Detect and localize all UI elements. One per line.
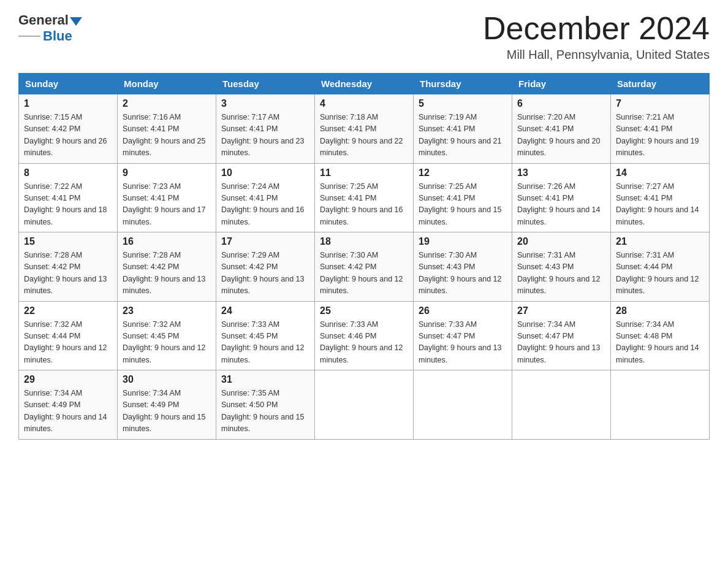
sunrise-label: Sunrise: 7:21 AM bbox=[616, 113, 674, 121]
day-info: Sunrise: 7:26 AM Sunset: 4:41 PM Dayligh… bbox=[517, 181, 605, 229]
sunset-label: Sunset: 4:41 PM bbox=[123, 124, 179, 133]
day-info: Sunrise: 7:27 AM Sunset: 4:41 PM Dayligh… bbox=[616, 181, 704, 229]
day-info: Sunrise: 7:19 AM Sunset: 4:41 PM Dayligh… bbox=[419, 112, 507, 159]
day-number: 28 bbox=[616, 305, 704, 316]
sunrise-label: Sunrise: 7:28 AM bbox=[123, 251, 181, 259]
day-info: Sunrise: 7:15 AM Sunset: 4:42 PM Dayligh… bbox=[24, 112, 112, 159]
calendar-cell: 26 Sunrise: 7:33 AM Sunset: 4:47 PM Dayl… bbox=[414, 301, 512, 370]
sunrise-label: Sunrise: 7:22 AM bbox=[24, 182, 82, 191]
sunrise-label: Sunrise: 7:34 AM bbox=[616, 320, 674, 329]
day-info: Sunrise: 7:16 AM Sunset: 4:41 PM Dayligh… bbox=[123, 112, 211, 159]
sunrise-label: Sunrise: 7:23 AM bbox=[123, 182, 181, 191]
sunset-label: Sunset: 4:42 PM bbox=[123, 262, 179, 271]
calendar-cell: 25 Sunrise: 7:33 AM Sunset: 4:46 PM Dayl… bbox=[315, 301, 414, 370]
weekday-header-monday: Monday bbox=[118, 74, 216, 94]
day-info: Sunrise: 7:28 AM Sunset: 4:42 PM Dayligh… bbox=[123, 250, 211, 297]
day-info: Sunrise: 7:34 AM Sunset: 4:49 PM Dayligh… bbox=[123, 388, 211, 435]
daylight-label: Daylight: 9 hours and 12 minutes. bbox=[221, 343, 305, 364]
sunset-label: Sunset: 4:49 PM bbox=[123, 400, 179, 409]
sunset-label: Sunset: 4:41 PM bbox=[123, 194, 179, 202]
sunrise-label: Sunrise: 7:19 AM bbox=[419, 113, 477, 121]
day-info: Sunrise: 7:33 AM Sunset: 4:45 PM Dayligh… bbox=[221, 319, 309, 367]
sunrise-label: Sunrise: 7:15 AM bbox=[24, 113, 82, 121]
calendar-cell bbox=[512, 370, 611, 440]
sunrise-label: Sunrise: 7:18 AM bbox=[320, 113, 378, 121]
day-number: 25 bbox=[320, 305, 408, 316]
sunset-label: Sunset: 4:45 PM bbox=[221, 332, 278, 340]
daylight-label: Daylight: 9 hours and 12 minutes. bbox=[320, 275, 403, 295]
sunrise-label: Sunrise: 7:31 AM bbox=[616, 251, 674, 259]
daylight-label: Daylight: 9 hours and 13 minutes. bbox=[419, 343, 502, 364]
day-info: Sunrise: 7:31 AM Sunset: 4:43 PM Dayligh… bbox=[517, 250, 605, 297]
day-number: 9 bbox=[123, 167, 211, 178]
day-info: Sunrise: 7:28 AM Sunset: 4:42 PM Dayligh… bbox=[24, 250, 112, 297]
calendar-cell bbox=[611, 370, 710, 440]
logo-blue-text: Blue bbox=[43, 28, 72, 44]
calendar-cell: 27 Sunrise: 7:34 AM Sunset: 4:47 PM Dayl… bbox=[512, 301, 611, 370]
daylight-label: Daylight: 9 hours and 18 minutes. bbox=[24, 205, 107, 226]
sunrise-label: Sunrise: 7:33 AM bbox=[320, 320, 378, 329]
sunset-label: Sunset: 4:41 PM bbox=[221, 124, 278, 133]
title-section: December 2024 Mill Hall, Pennsylvania, U… bbox=[483, 12, 710, 62]
sunrise-label: Sunrise: 7:24 AM bbox=[221, 182, 279, 191]
day-number: 18 bbox=[320, 236, 408, 247]
daylight-label: Daylight: 9 hours and 14 minutes. bbox=[24, 413, 107, 433]
weekday-header-sunday: Sunday bbox=[19, 74, 118, 94]
day-info: Sunrise: 7:23 AM Sunset: 4:41 PM Dayligh… bbox=[123, 181, 211, 229]
daylight-label: Daylight: 9 hours and 14 minutes. bbox=[616, 205, 699, 226]
day-number: 17 bbox=[221, 236, 309, 247]
calendar-week-row: 29 Sunrise: 7:34 AM Sunset: 4:49 PM Dayl… bbox=[19, 370, 710, 440]
sunrise-label: Sunrise: 7:34 AM bbox=[517, 320, 575, 329]
weekday-header-thursday: Thursday bbox=[414, 74, 512, 94]
sunset-label: Sunset: 4:41 PM bbox=[221, 194, 278, 202]
calendar-cell: 20 Sunrise: 7:31 AM Sunset: 4:43 PM Dayl… bbox=[512, 232, 611, 302]
sunrise-label: Sunrise: 7:34 AM bbox=[24, 389, 82, 397]
calendar-cell: 16 Sunrise: 7:28 AM Sunset: 4:42 PM Dayl… bbox=[118, 232, 216, 302]
daylight-label: Daylight: 9 hours and 13 minutes. bbox=[221, 275, 305, 295]
calendar-cell: 22 Sunrise: 7:32 AM Sunset: 4:44 PM Dayl… bbox=[19, 301, 118, 370]
day-info: Sunrise: 7:17 AM Sunset: 4:41 PM Dayligh… bbox=[221, 112, 309, 159]
calendar-week-row: 8 Sunrise: 7:22 AM Sunset: 4:41 PM Dayli… bbox=[19, 163, 710, 232]
sunset-label: Sunset: 4:43 PM bbox=[419, 262, 475, 271]
daylight-label: Daylight: 9 hours and 16 minutes. bbox=[221, 205, 305, 226]
sunrise-label: Sunrise: 7:26 AM bbox=[517, 182, 575, 191]
day-number: 11 bbox=[320, 167, 408, 178]
day-number: 12 bbox=[419, 167, 507, 178]
calendar-cell: 31 Sunrise: 7:35 AM Sunset: 4:50 PM Dayl… bbox=[216, 370, 315, 440]
daylight-label: Daylight: 9 hours and 17 minutes. bbox=[123, 205, 206, 226]
daylight-label: Daylight: 9 hours and 26 minutes. bbox=[24, 137, 107, 157]
day-info: Sunrise: 7:25 AM Sunset: 4:41 PM Dayligh… bbox=[320, 181, 408, 229]
daylight-label: Daylight: 9 hours and 12 minutes. bbox=[24, 343, 107, 364]
sunrise-label: Sunrise: 7:28 AM bbox=[24, 251, 82, 259]
day-info: Sunrise: 7:21 AM Sunset: 4:41 PM Dayligh… bbox=[616, 112, 704, 159]
calendar-cell: 5 Sunrise: 7:19 AM Sunset: 4:41 PM Dayli… bbox=[414, 94, 512, 164]
daylight-label: Daylight: 9 hours and 15 minutes. bbox=[123, 413, 206, 433]
day-info: Sunrise: 7:31 AM Sunset: 4:44 PM Dayligh… bbox=[616, 250, 704, 297]
sunrise-label: Sunrise: 7:25 AM bbox=[419, 182, 477, 191]
calendar-cell: 6 Sunrise: 7:20 AM Sunset: 4:41 PM Dayli… bbox=[512, 94, 611, 164]
day-number: 2 bbox=[123, 98, 211, 109]
calendar-cell: 2 Sunrise: 7:16 AM Sunset: 4:41 PM Dayli… bbox=[118, 94, 216, 164]
daylight-label: Daylight: 9 hours and 23 minutes. bbox=[221, 137, 305, 157]
day-number: 1 bbox=[24, 98, 112, 109]
day-info: Sunrise: 7:18 AM Sunset: 4:41 PM Dayligh… bbox=[320, 112, 408, 159]
daylight-label: Daylight: 9 hours and 13 minutes. bbox=[123, 275, 206, 295]
calendar-week-row: 15 Sunrise: 7:28 AM Sunset: 4:42 PM Dayl… bbox=[19, 232, 710, 302]
calendar-cell: 8 Sunrise: 7:22 AM Sunset: 4:41 PM Dayli… bbox=[19, 163, 118, 232]
page-header: General Blue December 2024 Mill Hall, Pe… bbox=[18, 12, 710, 62]
sunrise-label: Sunrise: 7:30 AM bbox=[419, 251, 477, 259]
day-number: 7 bbox=[616, 98, 704, 109]
sunrise-label: Sunrise: 7:29 AM bbox=[221, 251, 279, 259]
sunrise-label: Sunrise: 7:33 AM bbox=[419, 320, 477, 329]
sunset-label: Sunset: 4:43 PM bbox=[517, 262, 574, 271]
weekday-header-friday: Friday bbox=[512, 74, 611, 94]
calendar-cell bbox=[315, 370, 414, 440]
sunrise-label: Sunrise: 7:20 AM bbox=[517, 113, 575, 121]
weekday-header-tuesday: Tuesday bbox=[216, 74, 315, 94]
daylight-label: Daylight: 9 hours and 21 minutes. bbox=[419, 137, 502, 157]
day-number: 15 bbox=[24, 236, 112, 247]
logo-arrow-icon bbox=[70, 17, 82, 26]
day-number: 13 bbox=[517, 167, 605, 178]
calendar-cell: 15 Sunrise: 7:28 AM Sunset: 4:42 PM Dayl… bbox=[19, 232, 118, 302]
daylight-label: Daylight: 9 hours and 12 minutes. bbox=[517, 275, 601, 295]
